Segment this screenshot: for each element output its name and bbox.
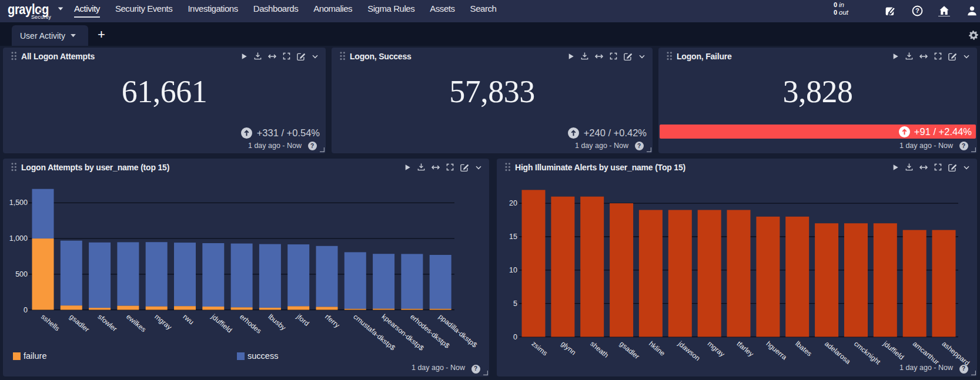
svg-text:500: 500 [15, 270, 28, 278]
svg-text:lbusby: lbusby [266, 312, 287, 332]
svg-text:20: 20 [509, 199, 517, 207]
svg-text:jduffield: jduffield [881, 339, 905, 361]
svg-text:lbates: lbates [794, 339, 814, 358]
svg-text:erhodes: erhodes [238, 312, 263, 335]
svg-text:15: 15 [509, 233, 517, 241]
svg-text:sfowler: sfowler [96, 312, 119, 333]
svg-text:0: 0 [513, 333, 517, 341]
svg-text:sheath: sheath [588, 339, 610, 359]
svg-text:tfarley: tfarley [735, 339, 755, 358]
svg-text:jford: jford [295, 312, 311, 327]
svg-text:ewilkes: ewilkes [125, 312, 148, 334]
svg-text:10: 10 [509, 266, 517, 274]
svg-text:zsims: zsims [530, 339, 549, 357]
svg-text:5: 5 [513, 300, 517, 308]
svg-text:1,000: 1,000 [9, 234, 28, 243]
svg-text:1,500: 1,500 [9, 199, 28, 207]
svg-text:hguerra: hguerra [764, 339, 788, 362]
svg-text:gsadler: gsadler [618, 339, 641, 361]
svg-text:jduffield: jduffield [209, 312, 233, 334]
svg-text:?: ? [915, 7, 919, 14]
svg-text:rwu: rwu [182, 312, 196, 326]
svg-text:rferry: rferry [323, 312, 341, 329]
svg-text:hkline: hkline [647, 339, 667, 358]
svg-text:amcarthur: amcarthur [911, 339, 941, 366]
svg-text:gsadler: gsadler [68, 312, 91, 334]
svg-text:mgray: mgray [706, 339, 727, 358]
svg-text:glynn: glynn [559, 339, 577, 357]
svg-text:jdawson: jdawson [676, 339, 701, 362]
svg-text:0: 0 [24, 306, 28, 314]
svg-text:mgray: mgray [153, 312, 173, 331]
svg-text:adelarosa: adelarosa [823, 339, 852, 366]
svg-text:cmcknight: cmcknight [852, 339, 882, 366]
svg-text:sshells: sshells [39, 312, 61, 332]
